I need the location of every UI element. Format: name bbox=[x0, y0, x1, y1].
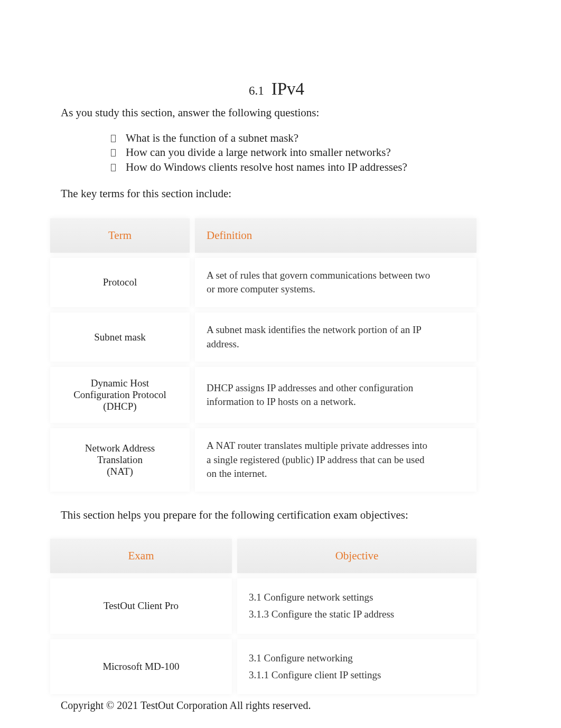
objectives-intro: This section helps you prepare for the f… bbox=[61, 509, 492, 522]
list-item: How can you divide a large network into … bbox=[111, 145, 492, 160]
term-cell: Dynamic Host Configuration Protocol(DHCP… bbox=[50, 367, 190, 423]
list-item: How do Windows clients resolve host name… bbox=[111, 160, 492, 174]
col-header-term: Term bbox=[50, 218, 190, 253]
col-header-objective: Objective bbox=[237, 539, 476, 573]
table-row: Network Address Translation(NAT) A NAT r… bbox=[50, 428, 476, 492]
term-cell: Network Address Translation(NAT) bbox=[50, 428, 190, 492]
table-row: Subnet mask A subnet mask identifies the… bbox=[50, 312, 476, 362]
col-header-exam: Exam bbox=[50, 539, 232, 573]
section-number: 6.1 bbox=[249, 84, 264, 97]
term-cell: Protocol bbox=[50, 258, 190, 307]
exam-objectives-table: Exam Objective TestOut Client Pro 3.1 Co… bbox=[45, 533, 482, 699]
list-item: What is the function of a subnet mask? bbox=[111, 131, 492, 145]
definition-cell: A subnet mask identifies the network por… bbox=[195, 312, 476, 362]
objective-cell: 3.1 Configure network settings3.1.3 Conf… bbox=[237, 578, 476, 634]
exam-cell: TestOut Client Pro bbox=[50, 578, 232, 634]
section-heading: 6.1 IPv4 bbox=[61, 79, 492, 99]
definition-cell: DHCP assigns IP addresses and other conf… bbox=[195, 367, 476, 423]
section-title: IPv4 bbox=[272, 79, 304, 98]
table-row: TestOut Client Pro 3.1 Configure network… bbox=[50, 578, 476, 634]
objective-cell: 3.1 Configure networking3.1.1 Configure … bbox=[237, 639, 476, 695]
intro-text: As you study this section, answer the fo… bbox=[61, 106, 492, 119]
definition-cell: A set of rules that govern communication… bbox=[195, 258, 476, 307]
table-row: Protocol A set of rules that govern comm… bbox=[50, 258, 476, 307]
exam-cell: Microsoft MD-100 bbox=[50, 639, 232, 695]
key-terms-intro: The key terms for this section include: bbox=[61, 187, 492, 200]
study-questions-list: What is the function of a subnet mask? H… bbox=[61, 131, 492, 174]
col-header-definition: Definition bbox=[195, 218, 476, 253]
term-cell: Subnet mask bbox=[50, 312, 190, 362]
table-row: Microsoft MD-100 3.1 Configure networkin… bbox=[50, 639, 476, 695]
key-terms-table: Term Definition Protocol A set of rules … bbox=[45, 213, 482, 497]
copyright-text: Copyright © 2021 TestOut Corporation All… bbox=[61, 699, 492, 712]
definition-cell: A NAT router translates multiple private… bbox=[195, 428, 476, 492]
table-row: Dynamic Host Configuration Protocol(DHCP… bbox=[50, 367, 476, 423]
